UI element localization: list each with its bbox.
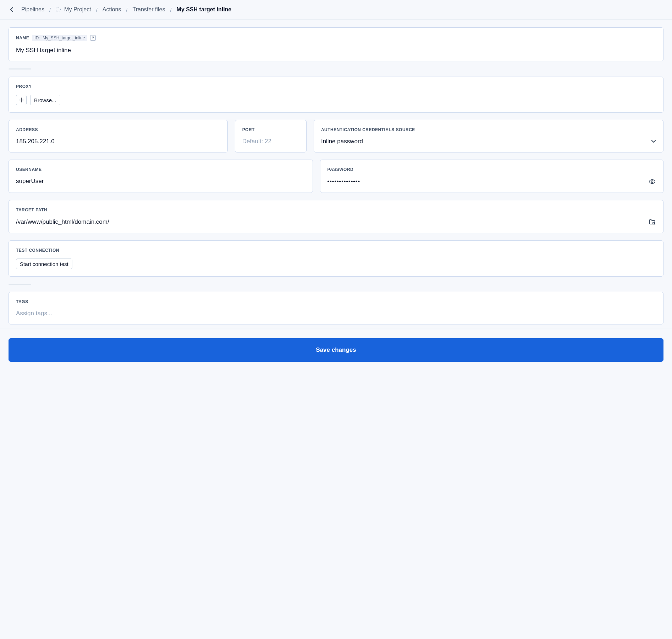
project-icon xyxy=(56,7,61,12)
name-card: NAME ID: My_SSH_target_inline ? xyxy=(9,27,663,61)
section-divider xyxy=(9,68,31,70)
tags-label: TAGS xyxy=(16,299,656,304)
name-input[interactable] xyxy=(16,47,656,54)
port-card: PORT xyxy=(235,120,307,152)
breadcrumb-transfer-files[interactable]: Transfer files xyxy=(133,6,165,13)
breadcrumb: Pipelines / My Project / Actions / Trans… xyxy=(0,0,672,20)
id-label: ID: xyxy=(34,35,40,40)
username-label: USERNAME xyxy=(16,167,305,172)
add-proxy-button[interactable] xyxy=(16,95,27,105)
breadcrumb-actions[interactable]: Actions xyxy=(103,6,121,13)
auth-card: AUTHENTICATION CREDENTIALS SOURCE Inline… xyxy=(314,120,663,152)
test-connection-label: TEST CONNECTION xyxy=(16,248,656,253)
connection-row: ADDRESS PORT AUTHENTICATION CREDENTIALS … xyxy=(9,120,663,152)
id-pill: ID: My_SSH_target_inline xyxy=(32,35,87,41)
id-value: My_SSH_target_inline xyxy=(43,35,85,40)
target-path-label: TARGET PATH xyxy=(16,207,656,212)
password-label: PASSWORD xyxy=(327,167,656,172)
breadcrumb-separator: / xyxy=(49,7,51,13)
auth-select-value: Inline password xyxy=(321,138,648,145)
breadcrumb-my-project[interactable]: My Project xyxy=(56,6,91,13)
section-divider xyxy=(9,284,31,285)
breadcrumb-current: My SSH target inline xyxy=(177,6,232,13)
eye-icon[interactable] xyxy=(648,178,656,185)
proxy-button-row: Browse... xyxy=(16,95,656,105)
svg-point-0 xyxy=(651,181,653,183)
auth-select[interactable]: Inline password xyxy=(321,138,656,145)
help-icon[interactable]: ? xyxy=(90,35,96,41)
breadcrumb-pipelines[interactable]: Pipelines xyxy=(21,6,44,13)
breadcrumb-my-project-label: My Project xyxy=(64,6,91,13)
save-changes-button[interactable]: Save changes xyxy=(9,338,663,362)
folder-browse-icon[interactable] xyxy=(648,218,656,226)
auth-label: AUTHENTICATION CREDENTIALS SOURCE xyxy=(321,127,656,132)
username-input[interactable] xyxy=(16,178,305,185)
tags-input[interactable] xyxy=(16,310,656,317)
browse-proxy-button[interactable]: Browse... xyxy=(30,95,60,105)
target-path-card: TARGET PATH xyxy=(9,200,663,233)
address-card: ADDRESS xyxy=(9,120,228,152)
username-card: USERNAME xyxy=(9,160,313,193)
back-icon[interactable] xyxy=(9,6,15,13)
port-input[interactable] xyxy=(242,138,299,145)
address-input[interactable] xyxy=(16,138,220,145)
start-connection-test-button[interactable]: Start connection test xyxy=(16,259,72,269)
password-card: PASSWORD •••••••••••••• xyxy=(320,160,663,193)
name-label-row: NAME ID: My_SSH_target_inline ? xyxy=(16,35,656,41)
password-input[interactable]: •••••••••••••• xyxy=(327,178,645,185)
address-label: ADDRESS xyxy=(16,127,220,132)
breadcrumb-separator: / xyxy=(96,7,98,13)
port-label: PORT xyxy=(242,127,299,132)
proxy-card: PROXY Browse... xyxy=(9,77,663,113)
breadcrumb-separator: / xyxy=(170,7,171,13)
chevron-down-icon xyxy=(651,139,656,145)
breadcrumb-separator: / xyxy=(126,7,127,13)
footer: Save changes xyxy=(0,328,672,374)
tags-card: TAGS xyxy=(9,292,663,324)
name-label: NAME xyxy=(16,35,29,40)
target-path-input[interactable] xyxy=(16,218,645,226)
proxy-label: PROXY xyxy=(16,84,656,89)
test-connection-card: TEST CONNECTION Start connection test xyxy=(9,240,663,277)
credentials-row: USERNAME PASSWORD •••••••••••••• xyxy=(9,160,663,193)
